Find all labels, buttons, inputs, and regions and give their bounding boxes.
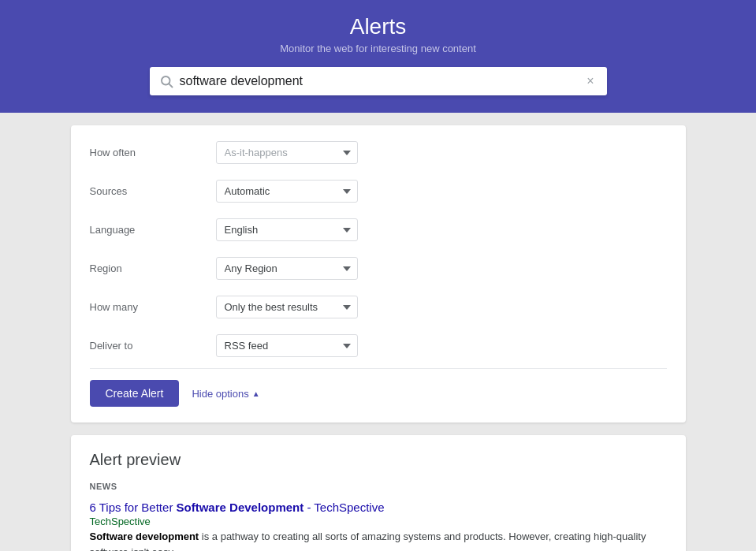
hide-options-link[interactable]: Hide options ▲ — [192, 388, 259, 400]
page-title: Alerts — [350, 14, 407, 39]
search-clear-button[interactable]: × — [583, 73, 597, 89]
search-icon — [159, 74, 173, 88]
region-label: Region — [90, 262, 216, 274]
news-label: NEWS — [90, 482, 667, 491]
how-often-select[interactable]: As-it-happens — [216, 141, 358, 164]
svg-line-1 — [169, 84, 172, 87]
how-often-label: How often — [90, 147, 216, 158]
result-title-1: 6 Tips for Better Software Development -… — [90, 501, 667, 514]
sources-select[interactable]: Automatic — [216, 180, 358, 203]
language-select[interactable]: English — [216, 218, 358, 241]
sources-label: Sources — [90, 185, 216, 197]
deliver-to-row: Deliver to RSS feed — [71, 326, 686, 365]
result-source-1: TechSpective — [90, 516, 667, 527]
header: Alerts Monitor the web for interesting n… — [0, 0, 756, 113]
main-content: How often As-it-happens Sources Automati… — [71, 113, 686, 551]
how-many-row: How many Only the best results — [71, 288, 686, 326]
region-row: Region Any Region — [71, 249, 686, 288]
create-alert-button[interactable]: Create Alert — [90, 380, 180, 407]
actions-row: Create Alert Hide options ▲ — [71, 372, 686, 407]
hide-options-arrow-icon: ▲ — [252, 389, 260, 398]
how-often-row: How often As-it-happens — [71, 133, 686, 172]
deliver-to-label: Deliver to — [90, 340, 216, 352]
search-bar: × — [150, 67, 607, 95]
how-many-select[interactable]: Only the best results — [216, 296, 358, 318]
options-divider — [90, 368, 667, 369]
page-subtitle: Monitor the web for interesting new cont… — [280, 43, 476, 54]
preview-card: Alert preview NEWS 6 Tips for Better Sof… — [71, 435, 686, 551]
result-item-1: 6 Tips for Better Software Development -… — [90, 501, 667, 551]
options-card: How often As-it-happens Sources Automati… — [71, 125, 686, 423]
result-link-1[interactable]: 6 Tips for Better Software Development -… — [90, 501, 385, 514]
search-input[interactable] — [180, 74, 584, 88]
hide-options-label: Hide options — [192, 388, 248, 400]
preview-title: Alert preview — [90, 451, 667, 469]
how-many-label: How many — [90, 301, 216, 313]
sources-row: Sources Automatic — [71, 172, 686, 210]
language-label: Language — [90, 224, 216, 236]
result-snippet-1: Software development is a pathway to cre… — [90, 529, 667, 551]
region-select[interactable]: Any Region — [216, 257, 358, 280]
language-row: Language English — [71, 210, 686, 249]
deliver-to-select[interactable]: RSS feed — [216, 334, 358, 357]
